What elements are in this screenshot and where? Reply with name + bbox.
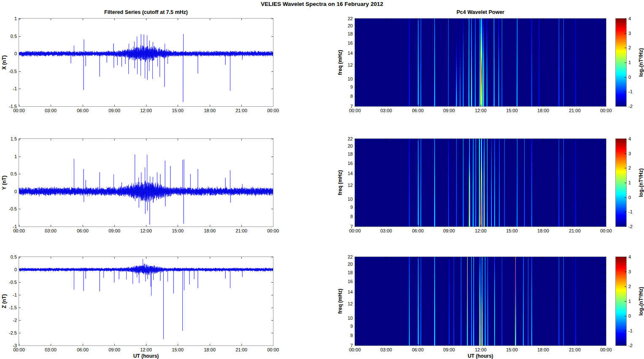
- y-axis-label: Z (nT): [0, 257, 8, 346]
- y-spectrogram-canvas: [355, 139, 606, 227]
- tick-label: 1: [14, 154, 17, 159]
- tick-label: -1: [13, 292, 17, 297]
- panel-x-wavelet-power: Pc4 Wavelet Power freq (mHz) 22201816141…: [354, 18, 606, 107]
- tick-label: -1: [628, 328, 633, 333]
- tick-label: 18: [348, 31, 353, 36]
- tick-label: 14: [348, 51, 353, 56]
- tick-label: 0.5: [11, 171, 17, 176]
- colorbar-gradient: [616, 139, 626, 227]
- tick-label: 0: [14, 267, 17, 272]
- tick-label: 18:00: [204, 108, 216, 113]
- tick-label: 9: [350, 324, 353, 329]
- tick-label: 12:00: [140, 228, 152, 233]
- tick-label: 1.5: [11, 136, 17, 141]
- tick-label: 00:00: [267, 228, 279, 233]
- tick-label: -1: [628, 89, 633, 94]
- tick-label: 12:00: [140, 108, 152, 113]
- tick-label: 0.5: [11, 34, 17, 39]
- tick-label: 15:00: [506, 108, 518, 113]
- tick-label: 18:00: [204, 228, 216, 233]
- panel-z-filtered-series: Z (nT) 0.50-0.5-1-1.5-2-2.5-3 00:0003:00…: [19, 256, 273, 346]
- colorbar-y: 43210-1-2 log₂(nT²/Hz): [615, 138, 627, 227]
- colorbar-x: 43210-1-2 log₂(nT²/Hz): [615, 18, 627, 107]
- tick-label: -1: [628, 209, 633, 214]
- panel-z-wavelet-power: freq (mHz) 22201816141210987 00:0003:000…: [354, 256, 606, 346]
- tick-label: 8: [350, 333, 353, 338]
- tick-label: 1: [14, 16, 17, 21]
- tick-label: 00:00: [349, 347, 361, 352]
- tick-label: 03:00: [45, 228, 57, 233]
- colorbar-label: log₂(nT²/Hz): [637, 19, 644, 106]
- tick-label: 3: [628, 31, 631, 36]
- tick-label: 03:00: [45, 347, 57, 352]
- tick-label: -2: [628, 104, 633, 109]
- tick-label: 3: [628, 269, 631, 274]
- tick-label: -2: [628, 224, 633, 229]
- z-spectrogram-canvas: [355, 257, 606, 346]
- tick-label: 3: [628, 151, 631, 156]
- tick-label: -0.5: [9, 206, 17, 211]
- y-timeseries-canvas: [19, 139, 273, 227]
- tick-label: 03:00: [45, 108, 57, 113]
- colorbar-label: log₂(nT²/Hz): [637, 257, 644, 346]
- tick-label: 00:00: [13, 108, 25, 113]
- figure-title: VELIES Wavelet Spectra on 16 February 20…: [0, 1, 644, 7]
- tick-label: 06:00: [412, 347, 424, 352]
- tick-label: 14: [348, 171, 353, 176]
- tick-label: 15:00: [172, 228, 184, 233]
- tick-label: -1.5: [9, 305, 17, 310]
- tick-label: 18:00: [204, 347, 216, 352]
- tick-label: 09:00: [108, 108, 120, 113]
- panel-x-filtered-series: Filtered Series (cutoff at 7.5 mHz) X (n…: [19, 18, 273, 107]
- tick-label: 9: [350, 205, 353, 210]
- tick-label: 2: [628, 45, 631, 50]
- tick-label: 1: [628, 299, 631, 304]
- tick-label: 0: [628, 195, 631, 200]
- tick-label: 14: [348, 289, 353, 294]
- y-axis-label: freq (mHz): [336, 257, 344, 346]
- colorbar-gradient: [616, 257, 626, 346]
- tick-label: 06:00: [77, 108, 89, 113]
- tick-label: 06:00: [77, 228, 89, 233]
- tick-label: 12: [348, 62, 353, 67]
- tick-label: 12:00: [475, 228, 487, 233]
- tick-label: 21:00: [235, 347, 247, 352]
- panel-y-wavelet-power: freq (mHz) 22201816141210987 00:0003:000…: [354, 138, 606, 227]
- tick-label: 09:00: [108, 228, 120, 233]
- tick-label: 06:00: [412, 228, 424, 233]
- tick-label: 00:00: [13, 228, 25, 233]
- tick-label: 21:00: [235, 108, 247, 113]
- tick-label: 00:00: [267, 108, 279, 113]
- tick-label: 09:00: [108, 347, 120, 352]
- panel-y-filtered-series: Y (nT) 1.510.50-0.5-1 00:0003:0006:0009:…: [19, 138, 273, 227]
- tick-label: 09:00: [443, 108, 455, 113]
- tick-label: 0: [628, 313, 631, 319]
- tick-label: 12:00: [475, 108, 487, 113]
- tick-label: 2: [628, 165, 631, 170]
- tick-label: 1: [628, 60, 631, 65]
- tick-label: 18: [348, 270, 353, 275]
- tick-label: 03:00: [380, 108, 392, 113]
- tick-label: 10: [348, 316, 353, 321]
- z-timeseries-canvas: [19, 257, 273, 346]
- tick-label: 0: [628, 75, 631, 80]
- y-axis-label: X (nT): [0, 19, 8, 106]
- tick-label: 00:00: [267, 347, 279, 352]
- x-axis-label: UT (hours): [355, 353, 606, 359]
- colorbar-gradient: [616, 19, 626, 106]
- tick-label: 00:00: [349, 108, 361, 113]
- tick-label: 16: [348, 40, 353, 46]
- tick-label: -2.5: [9, 330, 17, 335]
- tick-label: 21:00: [569, 347, 581, 352]
- tick-label: 15:00: [506, 228, 518, 233]
- y-axis-label: Y (nT): [0, 139, 8, 227]
- tick-label: 18: [348, 151, 353, 157]
- panel-title: Pc4 Wavelet Power: [355, 9, 606, 15]
- tick-label: 12:00: [475, 347, 487, 352]
- colorbar-label: log₂(nT²/Hz): [637, 139, 644, 227]
- x-spectrogram-canvas: [355, 19, 606, 106]
- tick-label: 12: [348, 301, 353, 306]
- tick-label: 1: [628, 180, 631, 185]
- tick-label: 16: [348, 161, 353, 166]
- tick-label: 12:00: [140, 347, 152, 352]
